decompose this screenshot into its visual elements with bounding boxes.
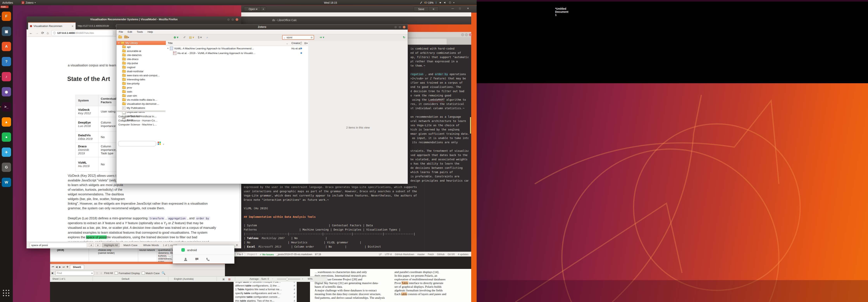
dock-item-vlc[interactable]: ▲ bbox=[2, 117, 11, 127]
back-icon[interactable]: ← bbox=[29, 31, 33, 35]
editor-maximize-button[interactable] bbox=[465, 33, 468, 36]
collection-user-sim[interactable]: user-sim bbox=[117, 94, 166, 98]
find-input[interactable]: Find▾ bbox=[55, 271, 94, 275]
find-all-button[interactable]: Find All bbox=[104, 272, 113, 274]
app-grid-button[interactable] bbox=[3, 290, 10, 297]
pane-splitter[interactable] bbox=[117, 110, 165, 112]
collection-low-priority[interactable]: low-priority bbox=[117, 81, 166, 86]
sheet-add-icon[interactable]: ✚ bbox=[66, 265, 68, 268]
firefox-minimize-button[interactable] bbox=[227, 18, 230, 21]
tag-item[interactable]: Computer Science - Artificial In… bbox=[117, 114, 166, 119]
zoom-minus-icon[interactable]: − bbox=[272, 278, 273, 280]
pdf-page[interactable]: …warehouses to characterize data and onl… bbox=[310, 269, 471, 302]
collection-interesting-talks[interactable]: interesting-talks bbox=[117, 77, 166, 81]
site-info-icon[interactable]: ⓘ bbox=[53, 31, 56, 35]
zotero-maximize-button[interactable] bbox=[398, 26, 401, 29]
add-by-identifier-icon[interactable]: ✐ bbox=[183, 36, 186, 39]
status-file-path[interactable]: _posts/2019-07-05-vis.markdown bbox=[277, 253, 312, 256]
menu-file[interactable]: File bbox=[119, 30, 123, 33]
gedit-maximize-button[interactable]: □ bbox=[459, 7, 461, 10]
zotero-close-button[interactable] bbox=[403, 26, 406, 29]
firefox-maximize-button[interactable] bbox=[231, 18, 234, 21]
gedit-minimize-button[interactable]: — bbox=[452, 7, 454, 10]
find-query-input[interactable]: space of possi bbox=[30, 243, 87, 247]
collection-assurable-ai[interactable]: assurable-ai bbox=[117, 49, 166, 53]
editor-text-narrow[interactable]: is combined with hard-coded ed of arbitr… bbox=[410, 46, 468, 184]
status-project-count[interactable]: Project 0 bbox=[247, 253, 257, 256]
advanced-search-icon[interactable]: ⌕ bbox=[207, 36, 208, 39]
sheet-nav-next-icon[interactable]: ▶ bbox=[59, 265, 61, 268]
highlight-all-button[interactable]: Highlight All bbox=[102, 243, 120, 247]
menu-help[interactable]: Help bbox=[148, 30, 153, 33]
find-replace-icon[interactable]: 🔍 bbox=[162, 271, 165, 275]
collection-dsail-northstar[interactable]: dsail-northstar bbox=[117, 69, 166, 73]
calc-zoom-slider[interactable] bbox=[277, 279, 300, 279]
dock-item-telegram[interactable]: ✈ bbox=[2, 147, 11, 157]
status-right-group[interactable]: LFUTF-8GitHub MarkdownmasterFetchGitHubG… bbox=[379, 253, 471, 256]
tag-filter-input[interactable] bbox=[118, 141, 156, 146]
sheet-nav-first-icon[interactable]: ⏮ bbox=[52, 265, 54, 269]
calc-language[interactable]: English (Australia) bbox=[174, 278, 193, 280]
gedit-new-tab-button[interactable]: + bbox=[260, 7, 266, 11]
column-creator[interactable]: Creator bbox=[291, 42, 300, 44]
sheet-nav-prev-icon[interactable]: ◀ bbox=[56, 265, 58, 268]
dock-item-rhythmbox[interactable]: ♪ bbox=[2, 72, 11, 81]
search-result-row[interactable]: specify table configurations and we h…4 bbox=[234, 291, 297, 295]
collection-vis-mobile-traffic-data-lo-[interactable]: vis-mobile-traffic-data-lo… bbox=[117, 98, 166, 102]
search-result-row[interactable]: complete table configuration consist…4 bbox=[234, 295, 297, 299]
status-github[interactable]: GitHub bbox=[437, 253, 444, 256]
search-result-row[interactable]: 1 Table Algebra We need a formal me…4 bbox=[234, 288, 297, 291]
search-scope-icon[interactable]: ⌄ bbox=[283, 36, 286, 39]
tag-item[interactable]: Computer Science - Machine L… bbox=[117, 123, 166, 127]
collection-prov[interactable]: prov bbox=[117, 86, 166, 90]
collection-apt[interactable]: apt bbox=[117, 45, 166, 49]
new-item-icon[interactable]: ⊕ ▾ bbox=[174, 36, 178, 39]
zotero-minimize-button[interactable] bbox=[394, 26, 397, 29]
collection-ieee-trans-vis-and-comput-[interactable]: ieee-trans-vis-and-comput… bbox=[117, 73, 166, 77]
new-collection-icon[interactable] bbox=[118, 36, 122, 39]
status-master[interactable]: master bbox=[417, 253, 425, 256]
group-libraries-icon[interactable]: ▾ bbox=[124, 36, 129, 39]
tag-item[interactable]: Computer Science - Human-Co… bbox=[117, 119, 166, 123]
sheet-tab[interactable]: Sheet1 bbox=[70, 265, 84, 269]
calc-modified-icon[interactable]: ▤ bbox=[228, 278, 230, 280]
editor-active-tab[interactable] bbox=[408, 39, 446, 44]
tab-visualisation-recommender[interactable]: Visualisation Recommen✕ bbox=[28, 22, 75, 29]
calc-cell[interactable]: choices only(cannot render) bbox=[97, 248, 138, 262]
system-tray[interactable]: 19% ᛒ ▾ bbox=[420, 1, 454, 4]
search-result-row[interactable]: different table configurations, 2) the …… bbox=[234, 284, 297, 288]
new-note-icon[interactable]: ▤ ▾ bbox=[189, 36, 194, 39]
add-attachment-icon[interactable]: § ▾ bbox=[198, 36, 202, 39]
find-close-icon[interactable]: ✖ bbox=[51, 272, 54, 275]
search-result-row[interactable]: this table algebra. Two of the m…4 bbox=[234, 299, 297, 302]
url-bar[interactable]: ⓘ 127.0.0.1:4000/2019/07/vis.htm bbox=[52, 30, 113, 36]
app-menu[interactable]: Z Zotero▾ bbox=[19, 0, 38, 5]
dock-item-libreoffice-writer[interactable]: W bbox=[2, 178, 11, 187]
firefox-close-button[interactable] bbox=[236, 18, 239, 21]
item-row-attachment[interactable]: Hu et al. - 2019 - VizML A Machine Learn… bbox=[166, 51, 308, 55]
calc-cell[interactable]: neural network bbox=[138, 248, 157, 262]
status-github-markdown[interactable]: GitHub Markdown bbox=[395, 253, 414, 256]
home-icon[interactable]: ⌂ bbox=[47, 31, 49, 35]
status-no-issues[interactable]: ✓ No Issues bbox=[259, 253, 274, 256]
zotero-titlebar[interactable]: Zotero bbox=[117, 24, 408, 30]
item-row-vizml[interactable]: ▼VizML: A Machine Learning Approach to V… bbox=[166, 46, 308, 51]
status-4-updates[interactable]: 4 updates bbox=[458, 253, 468, 256]
dock-item-photos[interactable]: ◉ bbox=[2, 87, 11, 96]
tag-color-icon[interactable] bbox=[158, 142, 161, 145]
dock-item-chat[interactable]: ? bbox=[2, 57, 11, 66]
calc-page-style[interactable]: Default bbox=[122, 278, 129, 280]
attachment-column-icon[interactable] bbox=[300, 42, 303, 44]
editor-close-button[interactable] bbox=[469, 33, 472, 36]
collection-visualisation-by-demonstr-[interactable]: visualisation-by-demonstr… bbox=[117, 102, 166, 106]
column-title[interactable]: Title bbox=[168, 42, 173, 44]
reload-icon[interactable]: ⟳ bbox=[41, 31, 44, 35]
status-fetch[interactable]: Fetch bbox=[428, 253, 434, 256]
status-utf-8[interactable]: UTF-8 bbox=[385, 253, 392, 256]
calc-cell[interactable]: (2019) bbox=[56, 248, 89, 262]
phone-icon[interactable] bbox=[206, 257, 210, 261]
sheet-nav-last-icon[interactable]: ⏭ bbox=[63, 265, 65, 269]
findbar-close-icon[interactable]: ✕ bbox=[236, 243, 241, 247]
tray-chevron-icon[interactable]: ▾ bbox=[454, 2, 454, 4]
collection-cite-draco[interactable]: cite-draco bbox=[117, 57, 166, 61]
